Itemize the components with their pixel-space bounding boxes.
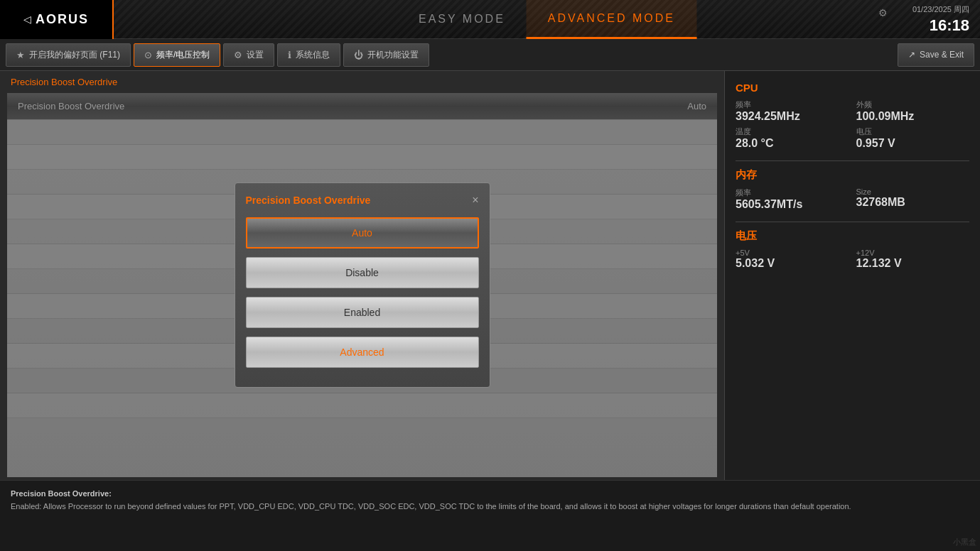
logo-area: ◁ AORUS bbox=[0, 0, 114, 39]
modal-overlay: Precision Boost Overdrive × Auto Disable… bbox=[7, 93, 717, 477]
navbar: ★ 开启我的偏好页面 (F11) ⊙ 频率/电压控制 ⚙ 设置 ℹ 系统信息 ⏻… bbox=[0, 39, 980, 71]
gear-icon: ⚙ bbox=[234, 50, 242, 60]
watermark: 小黑盒 bbox=[953, 537, 976, 547]
header-stripe: EASY MODE ADVANCED MODE 01/23/2025 周四 16… bbox=[114, 0, 980, 39]
logo-text: AORUS bbox=[36, 12, 89, 27]
cpu-volt-col: 电压 0.957 V bbox=[856, 126, 970, 150]
mem-freq-value: 5605.37MT/s bbox=[736, 198, 849, 211]
modal-dialog: Precision Boost Overdrive × Auto Disable… bbox=[235, 182, 490, 388]
cpu-ext-label: 外频 bbox=[856, 99, 970, 110]
cpu-volt-value: 0.957 V bbox=[856, 137, 970, 150]
gauge-icon: ⊙ bbox=[144, 50, 152, 60]
modal-close-btn[interactable]: × bbox=[472, 194, 478, 207]
divider-1 bbox=[736, 160, 969, 161]
desc-text: Enabled: Allows Processor to run beyond … bbox=[11, 501, 969, 513]
main-content: Precision Boost Overdrive Precision Boos… bbox=[0, 71, 980, 480]
datetime-area: 01/23/2025 周四 16:18 bbox=[912, 0, 969, 39]
advanced-mode-btn[interactable]: ADVANCED MODE bbox=[527, 0, 696, 39]
modal-title: Precision Boost Overdrive bbox=[246, 195, 371, 206]
cpu-temp-label: 温度 bbox=[736, 126, 849, 137]
time-text: 16:18 bbox=[930, 16, 969, 35]
modal-option-disable[interactable]: Disable bbox=[246, 257, 479, 288]
mem-size-col: Size 32768MB bbox=[856, 187, 970, 211]
save-icon: ↗ bbox=[908, 50, 915, 60]
date-weekday: 01/23/2025 周四 bbox=[912, 4, 969, 15]
cpu-temp-col: 温度 28.0 °C bbox=[736, 126, 849, 150]
cpu-temp-value: 28.0 °C bbox=[736, 137, 849, 150]
desc-title: Precision Boost Overdrive: bbox=[11, 488, 969, 501]
settings-gear-icon[interactable]: ⚙ bbox=[878, 7, 888, 18]
modal-option-enabled[interactable]: Enabled bbox=[246, 297, 479, 328]
plus12v-label: +12V bbox=[856, 249, 970, 257]
save-exit-btn[interactable]: ↗ Save & Exit bbox=[898, 43, 974, 67]
cpu-ext-col: 外频 100.09MHz bbox=[856, 99, 970, 123]
mem-info-grid: 频率 5605.37MT/s Size 32768MB bbox=[736, 187, 969, 211]
preference-btn[interactable]: ★ 开启我的偏好页面 (F11) bbox=[6, 43, 131, 67]
divider-2 bbox=[736, 222, 969, 222]
cpu-info-grid: 频率 3924.25MHz 外频 100.09MHz 温度 28.0 °C 电压… bbox=[736, 99, 969, 150]
content-area: Precision Boost Overdrive Auto Precision… bbox=[7, 93, 717, 477]
settings-btn[interactable]: ⚙ 设置 bbox=[223, 43, 274, 67]
mem-freq-label: 频率 bbox=[736, 187, 849, 198]
mem-section-title: 内存 bbox=[736, 168, 969, 182]
boot-settings-btn[interactable]: ⏻ 开机功能设置 bbox=[343, 43, 429, 67]
star-icon: ★ bbox=[16, 50, 25, 60]
cpu-freq-value: 3924.25MHz bbox=[736, 110, 849, 123]
plus5v-label: +5V bbox=[736, 249, 849, 257]
info-icon: ℹ bbox=[288, 50, 291, 60]
cpu-freq-col: 频率 3924.25MHz bbox=[736, 99, 849, 123]
mem-freq-col: 频率 5605.37MT/s bbox=[736, 187, 849, 211]
power-info-grid: +5V 5.032 V +12V 12.132 V bbox=[736, 249, 969, 270]
mem-size-label: Size bbox=[856, 187, 970, 196]
easy-mode-btn[interactable]: EASY MODE bbox=[397, 0, 527, 39]
cpu-volt-label: 电压 bbox=[856, 126, 970, 137]
bottom-description: Precision Boost Overdrive: Enabled: Allo… bbox=[0, 480, 980, 551]
plus12v-col: +12V 12.132 V bbox=[856, 249, 970, 270]
breadcrumb: Precision Boost Overdrive bbox=[0, 71, 724, 93]
plus12v-value: 12.132 V bbox=[856, 257, 970, 270]
plus5v-value: 5.032 V bbox=[736, 257, 849, 270]
cpu-ext-value: 100.09MHz bbox=[856, 110, 970, 123]
modal-title-bar: Precision Boost Overdrive × bbox=[246, 194, 479, 207]
left-panel: Precision Boost Overdrive Precision Boos… bbox=[0, 71, 724, 480]
cpu-freq-label: 频率 bbox=[736, 99, 849, 110]
aorus-icon: ◁ bbox=[23, 13, 31, 25]
header: ◁ AORUS EASY MODE ADVANCED MODE 01/23/20… bbox=[0, 0, 980, 39]
plus5v-col: +5V 5.032 V bbox=[736, 249, 849, 270]
freq-voltage-btn[interactable]: ⊙ 频率/电压控制 bbox=[134, 43, 220, 67]
modal-option-advanced[interactable]: Advanced bbox=[246, 337, 479, 368]
power-icon: ⏻ bbox=[354, 50, 363, 60]
right-panel: CPU 频率 3924.25MHz 外频 100.09MHz 温度 28.0 °… bbox=[724, 71, 980, 480]
cpu-section-title: CPU bbox=[736, 82, 969, 94]
mode-area: EASY MODE ADVANCED MODE bbox=[397, 0, 696, 39]
modal-option-auto[interactable]: Auto bbox=[246, 217, 479, 249]
sysinfo-btn[interactable]: ℹ 系统信息 bbox=[277, 43, 340, 67]
mem-size-value: 32768MB bbox=[856, 196, 970, 209]
power-section-title: 电压 bbox=[736, 229, 969, 243]
